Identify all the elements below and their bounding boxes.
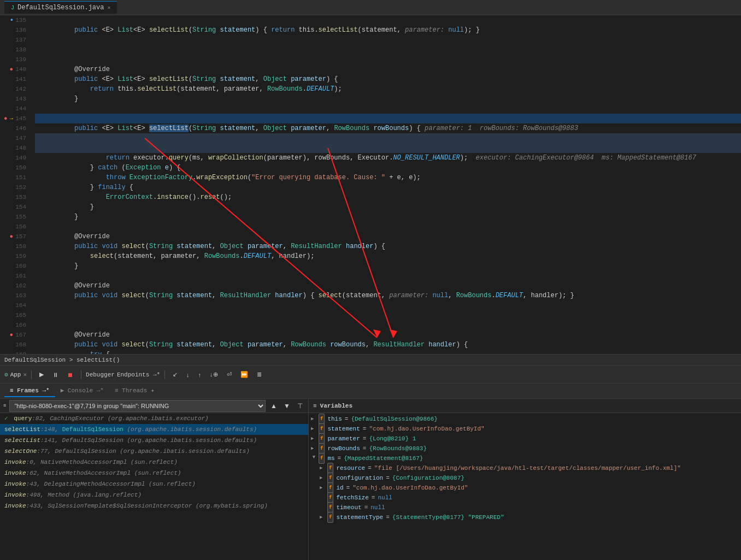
var-statement[interactable]: ▶ f statement = "com.hj.dao.UserInfoDao.… xyxy=(309,424,741,434)
code-line-168: try { xyxy=(35,340,741,350)
thread-filter-btn[interactable]: ⊤ xyxy=(295,401,305,411)
code-line-154: } xyxy=(35,202,741,212)
thread-selector[interactable]: "http-nio-8080-exec-1"@7,719 in group "m… xyxy=(9,400,266,412)
gutter-169: 169 xyxy=(0,350,28,354)
var-id[interactable]: ▶ f id = "com.hj.dao.UserInfoDao.getById… xyxy=(309,483,741,493)
var-fetchsize[interactable]: ▶ f fetchSize = null xyxy=(309,493,741,503)
variables-list: ▶ f this = {DefaultSqlSession@9866} ▶ f … xyxy=(309,413,741,560)
var-value: {Configuration@8087} xyxy=(392,473,464,483)
gutter-150: 150 xyxy=(0,163,28,173)
var-rowbounds[interactable]: ▶ f rowBounds = {RowBounds@9883} xyxy=(309,444,741,453)
var-expand-icon[interactable]: ▶ xyxy=(320,463,325,473)
var-expand-icon[interactable]: ▶ xyxy=(311,444,316,453)
var-expand-icon[interactable]: ▶ xyxy=(309,456,319,461)
var-name: id xyxy=(336,483,343,493)
var-field-icon: f xyxy=(327,492,333,503)
variables-label: Variables xyxy=(320,403,352,409)
code-line-145: public <E> List<E> selectList(String sta… xyxy=(35,114,741,123)
pause-btn[interactable]: ⏸ xyxy=(49,370,62,379)
step-into-btn[interactable]: ↓ xyxy=(183,370,193,379)
resume-btn[interactable]: ▶ xyxy=(36,370,47,379)
tab-console[interactable]: ▶ Console →* xyxy=(55,385,109,397)
tab-threads[interactable]: ≡ Threads ✦ xyxy=(109,385,160,397)
var-ms[interactable]: ▶ f ms = {MappedStatement@8167} xyxy=(309,453,741,463)
var-expand-icon[interactable]: ▶ xyxy=(311,414,316,424)
var-resource[interactable]: ▶ f resource = "file [/Users/huangjing/w… xyxy=(309,463,741,473)
toolbar-separator xyxy=(31,370,32,379)
bottom-panel: ⚙ App ✕ ▶ ⏸ ⏹ Debugger Endpoints →* ↙ ↓ … xyxy=(0,366,741,560)
var-expand-icon[interactable]: ▶ xyxy=(320,473,325,483)
breadcrumb-class: DefaultSqlSession > selectList() xyxy=(4,357,120,363)
var-eq: = xyxy=(363,434,367,444)
variables-icon: ≡ xyxy=(313,403,317,409)
gutter-147: 147 xyxy=(0,133,28,143)
thread-up-btn[interactable]: ▲ xyxy=(269,401,279,411)
gutter-164: 164 xyxy=(0,300,28,310)
code-line-167: public void select(String statement, Obj… xyxy=(35,330,741,340)
step-out-btn[interactable]: ↑ xyxy=(195,370,205,379)
run-to-cursor-btn[interactable]: ↓⊕ xyxy=(207,370,221,379)
var-field-icon: f xyxy=(327,473,333,484)
evaluate-btn[interactable]: ⏎ xyxy=(224,370,235,379)
vars-panel: ≡ Variables ▶ f this = {DefaultSqlSessio… xyxy=(309,399,741,560)
var-name: parameter xyxy=(327,434,360,444)
gutter-162: 162 xyxy=(0,281,28,291)
frame-item-1[interactable]: selectList:148, DefaultSqlSession (org.a… xyxy=(0,424,308,435)
thread-down-btn[interactable]: ▼ xyxy=(282,401,292,411)
var-expand-icon[interactable]: ▶ xyxy=(320,483,325,493)
var-configuration[interactable]: ▶ f configuration = {Configuration@8087} xyxy=(309,473,741,483)
code-line-135: public <E> List<E> selectList(String sta… xyxy=(35,15,741,25)
frame-detail: invoke:43, DelegatingMethodAccessorImpl … xyxy=(4,481,196,487)
var-eq: = xyxy=(345,414,349,424)
step-over-btn[interactable]: ↙ xyxy=(169,370,181,379)
app-close[interactable]: ✕ xyxy=(23,371,27,378)
code-line-152: ErrorContext.instance().reset(); xyxy=(35,182,741,192)
gutter-155: 155 xyxy=(0,212,28,222)
var-parameter[interactable]: ▶ f parameter = {Long@8210} 1 xyxy=(309,434,741,444)
var-field-icon: f xyxy=(319,453,325,464)
code-line-163 xyxy=(35,291,741,300)
var-value: {StatementType@8177} "PREPARED" xyxy=(392,512,504,522)
code-line-141: return this.selectList(statement, parame… xyxy=(35,74,741,84)
app-label[interactable]: App xyxy=(10,372,21,378)
stop-btn[interactable]: ⏹ xyxy=(64,370,77,379)
var-value: {MappedStatement@8167} xyxy=(344,453,423,463)
settings-btn[interactable]: ≣ xyxy=(254,370,265,379)
frame-item-5[interactable]: invoke:62, NativeMethodAccessorImpl (sun… xyxy=(0,468,308,479)
frame-item-6[interactable]: invoke:43, DelegatingMethodAccessorImpl … xyxy=(0,479,308,490)
frame-item-0[interactable]: ✓ query:82, CachingExecutor (org.apache.… xyxy=(0,413,308,424)
var-eq: = xyxy=(368,463,372,473)
trace-btn[interactable]: ⏩ xyxy=(237,370,251,379)
tab-frames[interactable]: ≡ Frames →* xyxy=(4,385,55,397)
frame-detail: invoke:433, SqlSessionTemplate$SqlSessio… xyxy=(4,503,268,509)
var-eq: = xyxy=(363,424,367,434)
var-expand-icon[interactable]: ▶ xyxy=(311,434,316,444)
var-eq: = xyxy=(372,493,375,503)
frame-item-4[interactable]: invoke:0, NativeMethodAccessorImpl (sun.… xyxy=(0,457,308,468)
debugger-tab-label[interactable]: Debugger xyxy=(86,372,115,378)
code-line-157: public void select(String statement, Obj… xyxy=(35,232,741,241)
var-timeout[interactable]: ▶ f timeout = null xyxy=(309,503,741,512)
editor-tab[interactable]: J DefaultSqlSession.java ✕ xyxy=(4,1,117,14)
var-expand-icon[interactable]: ▶ xyxy=(311,424,316,434)
var-field-icon: f xyxy=(327,512,333,523)
code-line-148: return executor.query(ms, wrapCollection… xyxy=(35,143,741,153)
frame-item-8[interactable]: invoke:433, SqlSessionTemplate$SqlSessio… xyxy=(0,500,308,511)
var-value: null xyxy=(378,493,392,503)
gutter-138: 138 xyxy=(0,45,28,55)
var-statementtype[interactable]: ▶ f statementType = {StatementType@8177}… xyxy=(309,512,741,522)
frame-detail: selectOne:77, DefaultSqlSession (org.apa… xyxy=(4,448,250,455)
var-expand-icon[interactable]: ▶ xyxy=(320,512,325,522)
code-line-147: MappedStatement ms = configuration.getMa… xyxy=(35,133,741,143)
endpoints-tab-label[interactable]: Endpoints →* xyxy=(117,372,160,378)
code-line-151: } finally { xyxy=(35,173,741,182)
code-line-146: try { xyxy=(35,123,741,133)
frame-item-3[interactable]: selectOne:77, DefaultSqlSession (org.apa… xyxy=(0,446,308,457)
tab-close[interactable]: ✕ xyxy=(107,4,110,11)
frame-item-7[interactable]: invoke:498, Method (java.lang.reflect) xyxy=(0,490,308,500)
code-line-169: MappedStatement ms = configuration.getMa… xyxy=(35,350,741,354)
frame-item-2[interactable]: selectList:141, DefaultSqlSession (org.a… xyxy=(0,435,308,446)
code-line-160 xyxy=(35,261,741,271)
var-name: configuration xyxy=(336,473,383,483)
var-this[interactable]: ▶ f this = {DefaultSqlSession@9866} xyxy=(309,414,741,424)
